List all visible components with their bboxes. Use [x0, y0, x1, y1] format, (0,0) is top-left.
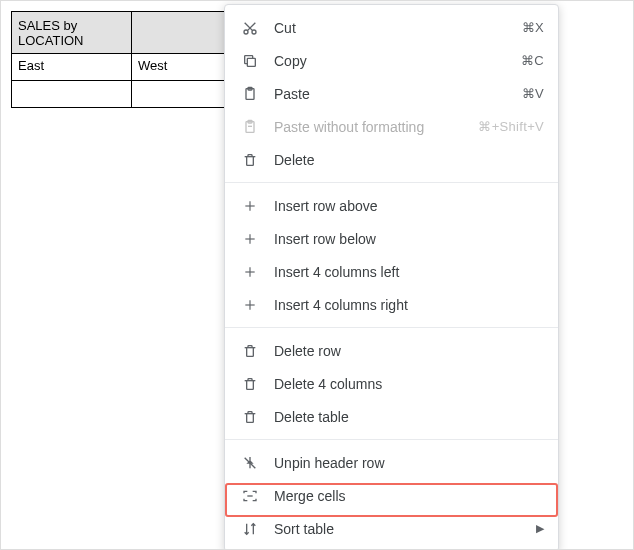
menu-label: Delete 4 columns: [274, 376, 544, 392]
trash-icon: [240, 150, 260, 170]
cut-icon: [240, 18, 260, 38]
menu-item-delete-columns[interactable]: Delete 4 columns: [225, 367, 558, 400]
trash-icon: [240, 374, 260, 394]
menu-label: Paste: [274, 86, 522, 102]
menu-item-insert-columns-left[interactable]: Insert 4 columns left: [225, 255, 558, 288]
menu-label: Unpin header row: [274, 455, 544, 471]
menu-shortcut: ⌘X: [522, 20, 544, 35]
menu-label: Insert row below: [274, 231, 544, 247]
unpin-icon: [240, 453, 260, 473]
menu-label: Insert 4 columns right: [274, 297, 544, 313]
menu-item-delete-row[interactable]: Delete row: [225, 334, 558, 367]
trash-icon: [240, 407, 260, 427]
submenu-arrow-icon: ▶: [536, 522, 544, 535]
menu-shortcut: ⌘V: [522, 86, 544, 101]
menu-item-delete[interactable]: Delete: [225, 143, 558, 176]
svg-rect-4: [247, 58, 255, 66]
sort-icon: [240, 519, 260, 539]
paste-plain-icon: [240, 117, 260, 137]
svg-point-0: [244, 30, 248, 34]
menu-label: Cut: [274, 20, 522, 36]
trash-icon: [240, 341, 260, 361]
plus-icon: [240, 262, 260, 282]
menu-item-cut[interactable]: Cut ⌘X: [225, 11, 558, 44]
context-menu: Cut ⌘X Copy ⌘C Paste ⌘V Paste without fo…: [224, 4, 559, 550]
menu-label: Delete row: [274, 343, 544, 359]
menu-item-insert-row-below[interactable]: Insert row below: [225, 222, 558, 255]
menu-shortcut: ⌘C: [521, 53, 544, 68]
header-cell-title[interactable]: SALES by LOCATION: [12, 12, 132, 54]
paste-icon: [240, 84, 260, 104]
menu-separator: [225, 182, 558, 183]
menu-item-unpin-header-row[interactable]: Unpin header row: [225, 446, 558, 479]
menu-label: Insert 4 columns left: [274, 264, 544, 280]
menu-label: Delete table: [274, 409, 544, 425]
menu-label: Insert row above: [274, 198, 544, 214]
cell[interactable]: [132, 81, 232, 108]
cell[interactable]: [12, 81, 132, 108]
menu-shortcut: ⌘+Shift+V: [478, 119, 544, 134]
menu-item-paste-without-formatting: Paste without formatting ⌘+Shift+V: [225, 110, 558, 143]
menu-item-merge-cells[interactable]: Merge cells: [225, 479, 558, 512]
header-cell[interactable]: [132, 12, 232, 54]
cell-west[interactable]: West: [132, 54, 232, 81]
cell-east[interactable]: East: [12, 54, 132, 81]
menu-label: Delete: [274, 152, 544, 168]
menu-label: Paste without formatting: [274, 119, 478, 135]
plus-icon: [240, 229, 260, 249]
menu-separator: [225, 327, 558, 328]
merge-cells-icon: [240, 486, 260, 506]
svg-point-1: [252, 30, 256, 34]
menu-item-insert-columns-right[interactable]: Insert 4 columns right: [225, 288, 558, 321]
menu-item-delete-table[interactable]: Delete table: [225, 400, 558, 433]
menu-separator: [225, 439, 558, 440]
menu-item-copy[interactable]: Copy ⌘C: [225, 44, 558, 77]
menu-label: Copy: [274, 53, 521, 69]
menu-item-sort-table[interactable]: Sort table ▶: [225, 512, 558, 545]
menu-label: Merge cells: [274, 488, 544, 504]
plus-icon: [240, 196, 260, 216]
menu-label: Sort table: [274, 521, 528, 537]
copy-icon: [240, 51, 260, 71]
plus-icon: [240, 295, 260, 315]
menu-item-insert-row-above[interactable]: Insert row above: [225, 189, 558, 222]
menu-item-paste[interactable]: Paste ⌘V: [225, 77, 558, 110]
